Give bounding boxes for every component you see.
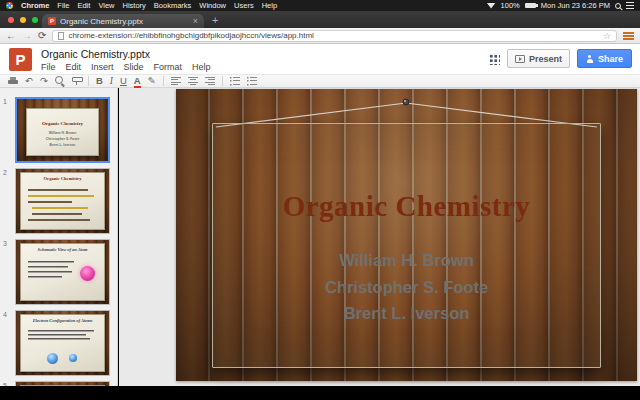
menubar-clock[interactable]: Mon Jun 23 6:26 PM xyxy=(541,0,610,11)
thumb-title: Organic Chemistry xyxy=(42,121,83,126)
bold-button[interactable]: B xyxy=(96,75,103,87)
desktop-background xyxy=(0,386,640,400)
slide-thumbnail-3[interactable]: Schematic View of an Atom xyxy=(15,239,110,305)
thumb-body-text xyxy=(28,188,102,226)
bulleted-list-icon[interactable] xyxy=(247,77,257,86)
thumb-title: Organic Chemistry xyxy=(21,176,104,181)
toolbar-separator xyxy=(88,76,89,86)
underline-button[interactable]: U xyxy=(120,75,127,87)
macos-menubar: Chrome File Edit View History Bookmarks … xyxy=(0,0,640,11)
author-line: Christopher S. Foote xyxy=(325,274,488,301)
window-controls xyxy=(8,17,38,23)
battery-icon[interactable] xyxy=(525,3,536,8)
address-bar: ← → ⟳ chrome-extension://ehibbfinohgbchi… xyxy=(0,28,640,44)
menubar-item-view[interactable]: View xyxy=(98,0,114,11)
close-window-button[interactable] xyxy=(8,17,14,23)
menu-file[interactable]: File xyxy=(41,62,56,72)
author-line: William H. Brown xyxy=(325,247,488,274)
forward-button[interactable]: → xyxy=(22,29,32,43)
text-color-button[interactable]: A xyxy=(134,75,141,87)
menubar-item-history[interactable]: History xyxy=(123,0,146,11)
undo-icon[interactable]: ↶ xyxy=(25,75,33,87)
toolbar-separator xyxy=(163,76,164,86)
menu-format[interactable]: Format xyxy=(154,62,183,72)
menubar-item-window[interactable]: Window xyxy=(199,0,226,11)
align-left-icon[interactable] xyxy=(171,77,181,86)
highlight-pen-icon[interactable]: ✎ xyxy=(148,75,156,87)
reload-button[interactable]: ⟳ xyxy=(38,29,46,43)
battery-percent: 100% xyxy=(501,0,520,11)
share-button[interactable]: Share xyxy=(577,49,632,68)
menubar-item-edit[interactable]: Edit xyxy=(77,0,90,11)
menubar-item-bookmarks[interactable]: Bookmarks xyxy=(154,0,192,11)
document-title[interactable]: Organic Chemistry.pptx xyxy=(41,48,150,60)
thumb-authors: William H. Brown Christopher S. Foote Br… xyxy=(46,130,80,148)
tab-title: Organic Chemistry.pptx xyxy=(60,17,189,26)
back-button[interactable]: ← xyxy=(6,29,16,43)
notification-center-icon[interactable] xyxy=(626,2,634,9)
menubar-item-chrome[interactable]: Chrome xyxy=(21,0,49,11)
slide-title: Organic Chemistry xyxy=(283,190,531,223)
toolbar: ↶ ↷ B I U A ✎ xyxy=(0,74,640,88)
atom-diagram-icon xyxy=(80,266,95,281)
person-icon xyxy=(586,55,594,63)
browser-tab[interactable]: P Organic Chemistry.pptx × xyxy=(42,14,204,28)
zoom-icon[interactable] xyxy=(55,76,65,86)
slide-authors: William H. Brown Christopher S. Foote Br… xyxy=(325,247,488,327)
italic-button[interactable]: I xyxy=(110,75,113,87)
url-text[interactable]: chrome-extension://ehibbfinohgbchigdbfpi… xyxy=(68,31,599,40)
screen: Chrome File Edit View History Bookmarks … xyxy=(0,0,640,400)
slide-board: Organic Chemistry William H. Brown Chris… xyxy=(212,123,601,368)
apps-grid-icon[interactable] xyxy=(488,53,500,65)
electron-sphere-icon xyxy=(47,353,58,364)
new-tab-button[interactable]: + xyxy=(212,14,218,27)
slide-canvas[interactable]: Organic Chemistry William H. Brown Chris… xyxy=(176,89,637,381)
slide-thumbnail-1[interactable]: Organic Chemistry William H. Brown Chris… xyxy=(15,97,110,163)
tab-favicon: P xyxy=(48,17,56,25)
menu-help[interactable]: Help xyxy=(192,62,211,72)
bookmark-star-icon[interactable]: ☆ xyxy=(603,31,611,41)
thumb-body-text xyxy=(28,259,76,297)
omnibox[interactable]: chrome-extension://ehibbfinohgbchigdbfpi… xyxy=(52,30,617,42)
menu-edit[interactable]: Edit xyxy=(66,62,82,72)
paint-format-icon[interactable] xyxy=(72,77,81,86)
numbered-list-icon[interactable] xyxy=(230,77,240,86)
align-right-icon[interactable] xyxy=(205,77,215,86)
menubar-status-area: 100% Mon Jun 23 6:26 PM xyxy=(487,0,634,11)
align-center-icon[interactable] xyxy=(188,77,198,86)
filmstrip-row: 3 Schematic View of an Atom xyxy=(0,239,118,307)
present-button[interactable]: Present xyxy=(507,49,570,68)
slide-number: 4 xyxy=(3,311,7,318)
filmstrip-row: 2 Organic Chemistry xyxy=(0,168,118,236)
slide-filmstrip: 1 Organic Chemistry William H. Brown Chr… xyxy=(0,88,118,386)
app-logo[interactable]: P xyxy=(9,48,32,71)
menubar-item-users[interactable]: Users xyxy=(234,0,254,11)
slide-number: 3 xyxy=(3,240,7,247)
tab-close-icon[interactable]: × xyxy=(193,17,198,26)
menu-slide[interactable]: Slide xyxy=(124,62,144,72)
toolbar-separator xyxy=(222,76,223,86)
chrome-menu-icon[interactable] xyxy=(623,32,634,40)
zoom-window-button[interactable] xyxy=(32,17,38,23)
thumb-body-text xyxy=(28,329,98,345)
thumb-title: Schematic View of an Atom xyxy=(21,247,104,252)
menu-insert[interactable]: Insert xyxy=(91,62,114,72)
page-icon xyxy=(58,32,64,40)
print-icon[interactable] xyxy=(8,77,18,86)
electron-sphere-icon xyxy=(69,354,77,362)
header-actions: Present Share xyxy=(488,49,632,68)
menubar-item-file[interactable]: File xyxy=(57,0,69,11)
present-icon xyxy=(515,55,525,63)
chrome-logo-icon[interactable] xyxy=(6,2,13,9)
menubar-item-help[interactable]: Help xyxy=(262,0,277,11)
slide-thumbnail-4[interactable]: Electron Configuration of Atoms xyxy=(15,310,110,376)
redo-icon[interactable]: ↷ xyxy=(40,75,48,87)
filmstrip-row: 1 Organic Chemistry William H. Brown Chr… xyxy=(0,97,118,165)
app-menubar: File Edit Insert Slide Format Help xyxy=(41,62,211,72)
minimize-window-button[interactable] xyxy=(20,17,26,23)
slide-thumbnail-2[interactable]: Organic Chemistry xyxy=(15,168,110,234)
filmstrip-row: 4 Electron Configuration of Atoms xyxy=(0,310,118,378)
wifi-icon[interactable] xyxy=(487,3,496,9)
tab-strip: P Organic Chemistry.pptx × + xyxy=(0,11,640,28)
spotlight-icon[interactable] xyxy=(615,3,621,9)
